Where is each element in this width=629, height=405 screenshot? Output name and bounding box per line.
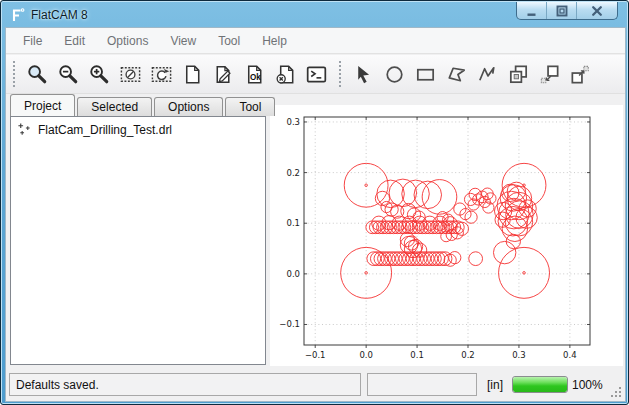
drill-circle — [389, 179, 417, 207]
rectangle-icon — [414, 63, 437, 86]
copy-geometry-button[interactable] — [566, 60, 595, 89]
plot-canvas[interactable]: −0.10.00.10.20.30.4−0.10.00.10.20.3 — [270, 105, 623, 366]
drill-circle — [493, 241, 515, 263]
draw-polygon-button[interactable] — [442, 60, 471, 89]
drill-circle — [523, 272, 526, 275]
progress-fill — [513, 377, 567, 392]
y-tick-label: 0.0 — [286, 269, 300, 279]
drill-circle — [499, 247, 550, 298]
x-tick-label: −0.1 — [305, 350, 326, 360]
maximize-icon — [555, 4, 569, 18]
x-tick-label: 0.1 — [410, 350, 424, 360]
zoom-in-icon — [88, 63, 111, 86]
window-controls — [516, 2, 618, 20]
status-message-box: Defaults saved. — [9, 373, 361, 396]
minimize-icon — [525, 4, 539, 18]
ok-file-icon — [243, 63, 266, 86]
tab-selected[interactable]: Selected — [77, 97, 152, 116]
zoom-in-button[interactable] — [85, 60, 114, 89]
copy-objects-button[interactable] — [504, 60, 533, 89]
resize-grip-icon[interactable] — [610, 386, 622, 398]
clear-plot-icon — [119, 63, 142, 86]
drill-circle — [414, 181, 442, 209]
save-project-button[interactable] — [240, 60, 269, 89]
app-window: FlatCAM 8 FileEditOptionsViewToolHelp Pr… — [0, 0, 629, 405]
x-tick-label: 0.0 — [359, 350, 373, 360]
x-tick-label: 0.3 — [512, 350, 526, 360]
cursor-icon — [352, 63, 375, 86]
menu-item-tool[interactable]: Tool — [207, 30, 251, 52]
flatcam-logo-icon[interactable] — [9, 7, 25, 23]
menu-item-edit[interactable]: Edit — [53, 30, 96, 52]
delete-file-icon — [274, 63, 297, 86]
x-tick-label: 0.2 — [461, 350, 475, 360]
tree-item-label: FlatCam_Drilling_Test.drl — [38, 123, 172, 137]
x-tick-label: 0.4 — [563, 350, 577, 360]
status-bar: Defaults saved. [in] 100% — [6, 368, 625, 401]
menu-item-help[interactable]: Help — [251, 30, 298, 52]
move-objects-button[interactable] — [535, 60, 564, 89]
y-tick-label: −0.1 — [279, 319, 300, 329]
drill-circle — [444, 254, 456, 266]
y-tick-label: 0.2 — [286, 168, 300, 178]
window-title: FlatCAM 8 — [31, 8, 88, 22]
minimize-button[interactable] — [517, 2, 547, 19]
new-project-button[interactable] — [178, 60, 207, 89]
project-tree-panel[interactable]: FlatCam_Drilling_Test.drl — [10, 116, 266, 365]
status-field-2 — [367, 373, 477, 396]
y-tick-label: 0.3 — [286, 117, 300, 127]
menu-item-view[interactable]: View — [159, 30, 207, 52]
new-file-icon — [181, 63, 204, 86]
shell-icon — [305, 63, 328, 86]
zoom-out-icon — [57, 63, 80, 86]
tree-item[interactable]: FlatCam_Drilling_Test.drl — [11, 117, 265, 139]
copy-icon — [507, 63, 530, 86]
close-button[interactable] — [577, 2, 617, 19]
status-message: Defaults saved. — [16, 378, 99, 392]
y-tick-label: 0.1 — [286, 218, 300, 228]
edit-file-icon — [212, 63, 235, 86]
drill-circle — [365, 184, 368, 187]
move-icon — [538, 63, 561, 86]
select-tool-button[interactable] — [349, 60, 378, 89]
open-project-button[interactable] — [209, 60, 238, 89]
plot-panel: −0.10.00.10.20.30.4−0.10.00.10.20.3 — [270, 105, 623, 366]
units-label: [in] — [487, 378, 503, 392]
zoom-fit-button[interactable] — [23, 60, 52, 89]
tab-project[interactable]: Project — [10, 94, 75, 116]
shell-button[interactable] — [302, 60, 331, 89]
client-area: FileEditOptionsViewToolHelp ProjectSelec… — [5, 27, 626, 402]
toolbar — [6, 55, 625, 94]
progress-bar — [512, 376, 568, 393]
tab-options[interactable]: Options — [154, 97, 223, 116]
drill-circle — [422, 180, 457, 215]
menu-item-file[interactable]: File — [12, 30, 53, 52]
polygon-icon — [445, 63, 468, 86]
drill-file-icon — [17, 122, 32, 137]
maximize-button[interactable] — [547, 2, 577, 19]
clear-plot-button[interactable] — [116, 60, 145, 89]
replot-icon — [150, 63, 173, 86]
drill-circle — [469, 252, 483, 266]
draw-polyline-button[interactable] — [473, 60, 502, 89]
delete-object-button[interactable] — [271, 60, 300, 89]
toolbar-drag-handle[interactable] — [12, 61, 16, 87]
titlebar[interactable]: FlatCAM 8 — [1, 1, 628, 26]
draw-circle-button[interactable] — [380, 60, 409, 89]
polyline-icon — [476, 63, 499, 86]
circle-icon — [383, 63, 406, 86]
copy-move-icon — [569, 63, 592, 86]
zoom-fit-icon — [26, 63, 49, 86]
drill-circle — [449, 252, 461, 264]
progress-percent-label: 100% — [572, 378, 603, 392]
close-icon — [590, 4, 604, 18]
menu-item-options[interactable]: Options — [96, 30, 159, 52]
replot-button[interactable] — [147, 60, 176, 89]
menu-bar: FileEditOptionsViewToolHelp — [6, 28, 625, 54]
zoom-out-button[interactable] — [54, 60, 83, 89]
draw-rectangle-button[interactable] — [411, 60, 440, 89]
tab-bar: ProjectSelectedOptionsTool — [10, 95, 277, 116]
toolbar-drag-handle[interactable] — [338, 61, 342, 87]
drill-circle — [365, 272, 368, 275]
tab-tool[interactable]: Tool — [225, 97, 275, 116]
